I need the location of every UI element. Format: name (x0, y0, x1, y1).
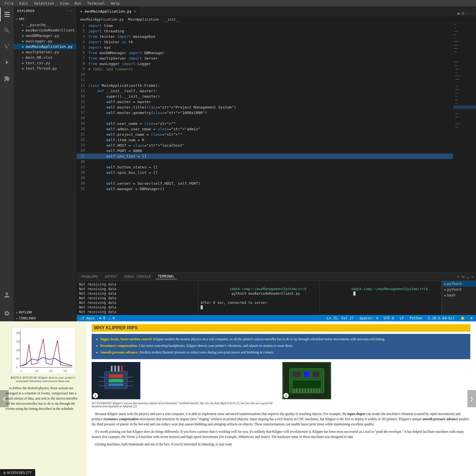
terminal-list-python3-2[interactable]: ⊡ python3 (442, 287, 476, 292)
py-icon: ◈ (22, 50, 24, 54)
svg-rect-33 (121, 366, 123, 371)
tab-close-button[interactable]: × (134, 9, 136, 13)
sidebar-more-icon[interactable]: ··· (65, 9, 73, 13)
menu-edit[interactable]: Edit (17, 1, 30, 6)
menu-view[interactable]: View (58, 1, 71, 6)
panel: PROBLEMS OUTPUT DEBUG CONSOLE TERMINAL +… (77, 272, 476, 315)
line-number: 16 (77, 105, 88, 110)
sidebar-item-main[interactable]: ◈ ewsMainApplication.py (14, 44, 76, 49)
status-bell-icon[interactable]: 🔔 (459, 316, 466, 320)
panel-tab-terminal[interactable]: TERMINAL (156, 274, 177, 279)
svg-rect-32 (118, 366, 119, 371)
menu-selection[interactable]: Selection (32, 1, 56, 6)
sidebar-item-pycache[interactable]: ▸ __pycache__ (14, 22, 76, 27)
status-version[interactable]: 3.10.6 64-bit (427, 316, 456, 320)
activity-account[interactable] (0, 288, 14, 302)
code-line: 15 self.master = master (77, 99, 453, 105)
activity-explorer[interactable] (0, 7, 14, 21)
status-language[interactable]: Python (408, 316, 423, 320)
svg-rect-37 (304, 371, 310, 377)
file-name: ewsMainApplication.py (25, 44, 72, 49)
svg-point-1 (8, 44, 9, 46)
panel-tab-debug[interactable]: DEBUG CONSOLE (122, 274, 153, 279)
breadcrumb-class[interactable]: MainApplication (128, 17, 159, 21)
sidebar-item-tcpserver[interactable]: ◈ ewsTcpServer.py (14, 49, 76, 55)
line-content: from ewsDBManager import DBManager (88, 50, 453, 56)
run-icon[interactable]: ▶ (458, 11, 461, 16)
sidebar-item-testthread[interactable]: ◈ test_Thread.py (14, 66, 76, 71)
sidebar-src-header[interactable]: ▾ SRC (14, 16, 76, 22)
sidebar: EXPLORER ··· ▾ SRC ▸ __pycache__ ◈ ewsBa… (14, 6, 77, 321)
terminal-pane-2[interactable]: sk@sk-comp:~/ewsManagementSystem/src$ py… (198, 281, 320, 315)
sidebar-timelines[interactable]: ▸ TIMELINES (14, 315, 76, 321)
activity-extensions[interactable] (0, 72, 14, 85)
line-content: self.master.geometry(class="str">"1000x1… (88, 110, 453, 115)
terminal-pane-1[interactable]: Not receiving data Not receiving data No… (77, 281, 198, 315)
panel-layout-icon[interactable]: ⊡ (462, 274, 464, 279)
terminal-list-bash[interactable]: ⊡ bash (442, 292, 476, 298)
tab-main[interactable]: ◈ ewsMainApplication.py × (77, 6, 140, 16)
line-content: def __init__(self, master): (88, 88, 453, 94)
activity-settings[interactable] (0, 306, 14, 320)
line-number: 23 (77, 143, 88, 148)
folder-icon: ▸ (22, 23, 24, 27)
line-number: 10 (77, 72, 88, 77)
xlsx-icon: ◈ (22, 56, 24, 60)
line-content: class MainApplication(tk.Frame): (88, 83, 453, 88)
terminal-line: Not receiving data (79, 291, 196, 296)
activity-source-control[interactable] (0, 40, 14, 53)
menu-terminal[interactable]: Terminal (85, 1, 107, 6)
breadcrumb-file[interactable]: ewsMainApplication.py (80, 17, 124, 21)
split-editor-icon[interactable]: ⊡ (461, 11, 464, 16)
svg-text:50: 50 (16, 358, 19, 360)
terminal-label: python3 (447, 282, 462, 286)
line-content: self.admin_user_nmae = class="str">"admi… (88, 126, 453, 132)
line-number: 15 (77, 99, 88, 105)
code-line: 14 super().__init__(master) (77, 94, 453, 99)
sidebar-outline[interactable]: ▸ OUTLINE (14, 309, 76, 315)
line-number: 19 (77, 121, 88, 126)
web-next-button[interactable]: ❯ (467, 390, 476, 407)
svg-rect-22 (109, 379, 123, 382)
code-editor[interactable]: 1import time2import threading3from tkint… (77, 23, 453, 272)
panel-tab-problems[interactable]: PROBLEMS (79, 274, 100, 279)
terminal-line: Not receiving data (79, 282, 196, 287)
web-prev-button[interactable]: ❮ (0, 390, 9, 407)
status-line-col[interactable]: Ln 25, Col 27 (326, 316, 355, 320)
status-errors[interactable]: ⊗ 0 ⚠ 0 (98, 316, 116, 320)
sidebar-item-logger[interactable]: ◈ ewsLogger.py (14, 38, 76, 44)
editor-container: ◈ ewsMainApplication.py × ▶ ⊡ ··· ewsMai… (77, 6, 476, 321)
web-body-para-1: Because Klipper starts with the physics … (92, 411, 470, 427)
terminal-line: After 0 sec, connected to server. (201, 300, 318, 305)
status-eol[interactable]: LF (399, 316, 405, 320)
terminal-pane-3[interactable]: sk@sk-comp:~/ewsManagementSystem/src$ █ (320, 281, 442, 315)
terminal-list-python3-1[interactable]: ⊡ python3 (442, 281, 476, 287)
activity-search[interactable] (0, 23, 14, 37)
sidebar-item-testcsv[interactable]: ◈ test_csv.py (14, 60, 76, 66)
status-git-branch[interactable]: ⎇ main (79, 316, 96, 320)
sidebar-item-dbmanager[interactable]: ◈ ewsDBManager.py (14, 33, 76, 38)
activity-run[interactable] (0, 56, 14, 69)
breadcrumb-method[interactable]: __init__ (164, 17, 180, 21)
terminal-label: bash (447, 293, 455, 297)
code-line: 12class MainApplication(tk.Frame): (77, 83, 453, 88)
code-line: 24 self.PORT = 8080 (77, 148, 453, 154)
sidebar-item-maindb[interactable]: ◈ main_DB.xlsx (14, 55, 76, 60)
panel-add-icon[interactable]: + (457, 274, 459, 279)
sidebar-item-barcode[interactable]: ◈ ewsBarcodeReaderClient.py (14, 27, 76, 33)
accessibility-badge[interactable]: ♿ ACCESSIBILITY (0, 469, 35, 476)
sidebar-header: EXPLORER ··· (14, 6, 76, 15)
status-spaces[interactable]: Spaces: 4 (358, 316, 379, 320)
panel-close-icon[interactable]: × (471, 274, 474, 279)
code-line: 20 self.admin_user_nmae = class="str">"a… (77, 126, 453, 132)
accessibility-label: ACCESSIBILITY (7, 471, 32, 475)
tab-filename: ewsMainApplication.py (84, 9, 131, 13)
more-actions-icon[interactable]: ··· (465, 11, 474, 16)
panel-more-icon[interactable]: … (467, 274, 469, 279)
menu-file[interactable]: File (2, 1, 16, 6)
menu-run[interactable]: Run (72, 1, 83, 6)
menu-help[interactable]: Help (109, 1, 122, 6)
panel-tab-output[interactable]: OUTPUT (103, 274, 119, 279)
status-layout-icon[interactable]: ⊞ (469, 316, 474, 320)
status-encoding[interactable]: UTF-8 (383, 316, 395, 320)
